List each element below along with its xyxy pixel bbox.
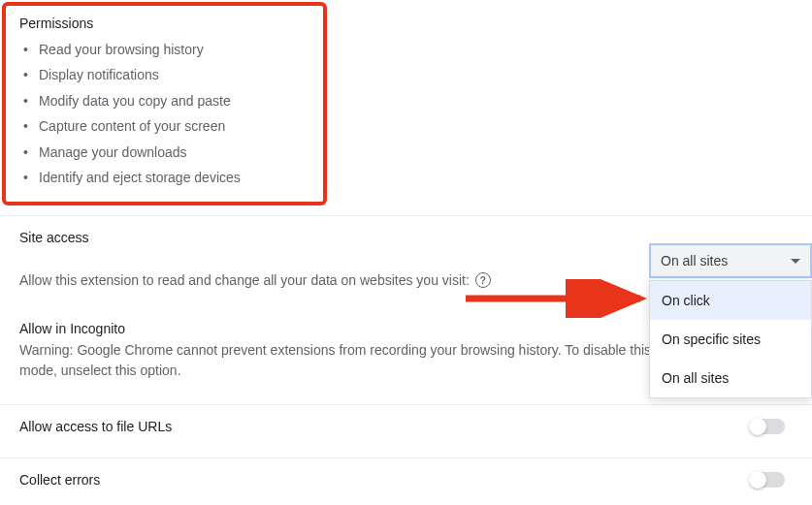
collect-errors-label: Collect errors (19, 472, 100, 488)
permission-item: Manage your downloads (39, 140, 309, 165)
site-access-label-text: Allow this extension to read and change … (19, 272, 470, 288)
permission-item: Display notifications (39, 62, 309, 87)
permission-item: Capture content of your screen (39, 113, 309, 139)
file-urls-row: Allow access to file URLs (0, 405, 812, 448)
toggle-knob (749, 418, 766, 435)
collect-errors-row: Collect errors (0, 458, 812, 501)
dropdown-selected-text: On all sites (661, 253, 728, 268)
permissions-title: Permissions (19, 16, 309, 31)
file-urls-label: Allow access to file URLs (19, 419, 172, 434)
permission-item: Read your browsing history (39, 37, 309, 62)
dropdown-option-on-click[interactable]: On click (650, 281, 811, 320)
file-urls-toggle[interactable] (750, 419, 785, 434)
dropdown-option-on-specific-sites[interactable]: On specific sites (650, 320, 811, 359)
dropdown-option-on-all-sites[interactable]: On all sites (650, 359, 811, 397)
permissions-highlight-box: Permissions Read your browsing history D… (2, 2, 327, 205)
chevron-down-icon (791, 259, 800, 264)
permissions-list: Read your browsing history Display notif… (39, 37, 309, 190)
toggle-knob (749, 471, 766, 489)
site-access-dropdown[interactable]: On all sites On click On specific sites … (649, 243, 812, 398)
collect-errors-toggle[interactable] (750, 472, 785, 488)
permission-item: Identify and eject storage devices (39, 165, 309, 190)
help-icon[interactable]: ? (475, 272, 491, 288)
dropdown-selected[interactable]: On all sites (649, 243, 812, 278)
permission-item: Modify data you copy and paste (39, 88, 309, 113)
dropdown-menu: On click On specific sites On all sites (649, 280, 812, 398)
site-access-label: Allow this extension to read and change … (19, 272, 491, 288)
